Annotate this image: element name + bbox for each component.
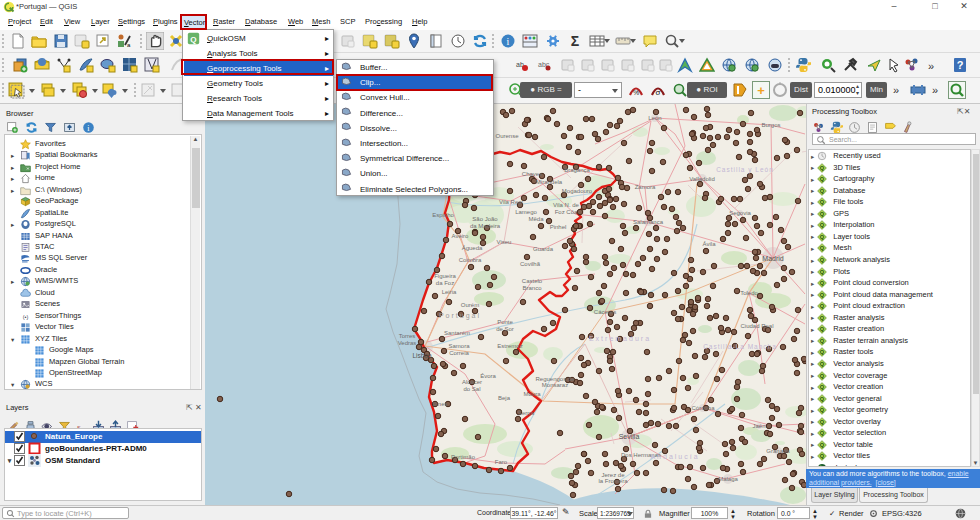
svg-text:Coimbra: Coimbra — [459, 257, 482, 263]
svg-text:Viseu: Viseu — [497, 239, 512, 245]
svg-text:Q: Q — [820, 176, 825, 182]
svg-text:Vedras: Vedras — [398, 340, 417, 346]
svg-text:Faro: Faro — [495, 459, 508, 465]
svg-text:la Frontera: la Frontera — [598, 478, 628, 484]
svg-text:Vila N. de: Vila N. de — [553, 202, 580, 208]
svg-text:Sines: Sines — [432, 401, 447, 407]
svg-text:Zamora: Zamora — [635, 184, 656, 190]
svg-text:Andalucía: Andalucía — [650, 453, 699, 460]
svg-text:Q: Q — [820, 234, 825, 240]
svg-text:Q: Q — [820, 257, 825, 263]
svg-text:Burgos: Burgos — [761, 122, 780, 128]
svg-text:Moura: Moura — [523, 391, 541, 397]
svg-text:Mêda: Mêda — [528, 216, 544, 222]
svg-text:Q: Q — [820, 453, 825, 459]
svg-text:Q: Q — [820, 442, 825, 448]
svg-text:Granada: Granada — [766, 448, 790, 454]
svg-text:Águeda: Águeda — [462, 245, 483, 251]
svg-text:Chaves: Chaves — [522, 171, 542, 177]
svg-text:Ciudad Real: Ciudad Real — [740, 323, 773, 329]
svg-text:Valladolid: Valladolid — [689, 176, 715, 182]
svg-text:Q: Q — [820, 165, 825, 171]
svg-text:da Foz: da Foz — [436, 280, 454, 286]
svg-text:%: % — [633, 89, 639, 96]
svg-text:Córdoba: Córdoba — [691, 405, 715, 411]
svg-text:Madrid: Madrid — [762, 255, 784, 262]
svg-text:Salamanca: Salamanca — [633, 219, 664, 225]
svg-text:Jaén: Jaén — [752, 423, 765, 429]
svg-text:Mogadouro: Mogadouro — [562, 188, 593, 194]
svg-text:a: a — [127, 42, 131, 48]
svg-text:Q: Q — [820, 326, 825, 332]
svg-text:de Sor: de Sor — [496, 326, 514, 332]
svg-text:Q: Q — [820, 419, 825, 425]
svg-text:Q: Q — [820, 373, 825, 379]
svg-text:Q: Q — [820, 384, 825, 390]
svg-text:Samora: Samora — [448, 343, 470, 349]
svg-text:Q: Q — [820, 188, 825, 194]
svg-text:Castilla y León: Castilla y León — [716, 166, 774, 174]
svg-text:Espinho: Espinho — [432, 212, 454, 218]
svg-text:Santarém: Santarém — [444, 330, 470, 336]
svg-text:Q: Q — [820, 222, 825, 228]
svg-text:Beja: Beja — [498, 395, 511, 401]
svg-text:Q: Q — [820, 407, 825, 413]
svg-text:Q: Q — [820, 246, 825, 252]
svg-text:Figueira: Figueira — [434, 273, 456, 279]
svg-text:Q: Q — [820, 430, 825, 436]
svg-text:Ávila: Ávila — [702, 241, 716, 247]
svg-text:Castilla-La Mancha: Castilla-La Mancha — [703, 343, 777, 350]
svg-text:Q: Q — [820, 280, 825, 286]
svg-text:Portimão: Portimão — [451, 454, 476, 460]
svg-text:Guarda: Guarda — [533, 246, 554, 252]
svg-text:Q: Q — [820, 211, 825, 217]
svg-text:Ourém: Ourém — [461, 302, 479, 308]
svg-text:Q: Q — [820, 199, 825, 205]
svg-text:Lamego: Lamego — [515, 209, 537, 215]
svg-text:São João: São João — [472, 216, 498, 222]
svg-text:Portugal: Portugal — [439, 312, 481, 320]
svg-text:Q: Q — [820, 396, 825, 402]
svg-text:?: ? — [957, 59, 964, 71]
svg-text:Q: Q — [820, 303, 825, 309]
svg-text:Q: Q — [820, 338, 825, 344]
svg-text:Bragança: Bragança — [564, 167, 590, 173]
svg-text:Correia: Correia — [449, 350, 469, 356]
svg-text:Q: Q — [820, 361, 825, 367]
svg-text:León: León — [648, 115, 661, 121]
svg-text:Mirandela: Mirandela — [536, 179, 563, 185]
svg-text:Q: Q — [820, 292, 825, 298]
svg-text:Monsaraz: Monsaraz — [542, 382, 568, 388]
svg-text:Ponte: Ponte — [497, 319, 513, 325]
svg-text:Q: Q — [820, 350, 825, 356]
svg-text:do Sal: do Sal — [463, 386, 480, 392]
svg-text:Pinhel: Pinhel — [550, 224, 567, 230]
svg-text:Évora: Évora — [480, 373, 496, 379]
svg-text:Vila Real: Vila Real — [499, 199, 523, 205]
svg-text:Covilhã: Covilhã — [520, 261, 541, 267]
svg-text:σ: σ — [656, 88, 661, 97]
svg-text:Castelo: Castelo — [522, 278, 543, 284]
svg-text:Q: Q — [820, 269, 825, 275]
svg-text:Málaga: Málaga — [718, 476, 738, 482]
svg-text:Cáceres: Cáceres — [594, 309, 616, 315]
svg-text:Lisboa: Lisboa — [412, 352, 432, 359]
svg-text:Alcácer: Alcácer — [462, 379, 482, 385]
svg-text:Ourense: Ourense — [495, 133, 519, 139]
svg-text:Branco: Branco — [522, 285, 542, 291]
svg-text:i: i — [507, 36, 510, 47]
svg-text:Σ: Σ — [571, 33, 579, 49]
svg-text:Extremadura: Extremadura — [589, 335, 651, 342]
svg-text:Sevilla: Sevilla — [619, 433, 640, 440]
svg-text:Toledo: Toledo — [740, 290, 758, 296]
svg-text:Foz Côa: Foz Côa — [555, 209, 578, 215]
svg-text:Estremoz: Estremoz — [497, 343, 522, 349]
svg-text:Q: Q — [820, 315, 825, 321]
svg-text:da Madeira: da Madeira — [470, 223, 501, 229]
svg-text:Q: Q — [190, 34, 196, 43]
svg-text:Serpa: Serpa — [518, 410, 535, 416]
svg-text:(•): (•) — [23, 314, 29, 320]
svg-text:Aveiro: Aveiro — [452, 233, 470, 239]
svg-text:Leiria: Leiria — [442, 289, 457, 295]
svg-text:Segovia: Segovia — [729, 210, 751, 216]
